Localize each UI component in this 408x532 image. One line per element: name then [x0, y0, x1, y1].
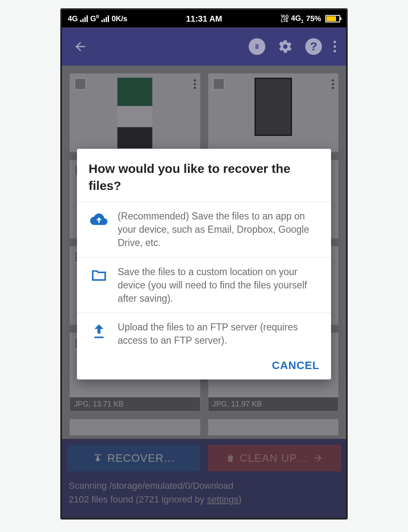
upload-icon — [89, 320, 109, 340]
option-cloud-app[interactable]: (Recommended) Save the files to an app o… — [77, 202, 331, 257]
option-text: Save the files to a custom location on y… — [118, 265, 319, 305]
app-toolbar: ? — [62, 27, 346, 66]
network-right-label: 4G1 — [291, 14, 304, 24]
battery-label: 75% — [306, 15, 321, 23]
device-frame: 4G GR 0K/s 11:31 AM Vo)) LTE 4G1 75% — [60, 8, 348, 520]
signal-bars-2-icon — [101, 15, 109, 22]
cancel-button[interactable]: CANCEL — [272, 359, 319, 372]
volte-icon: Vo)) LTE — [281, 15, 289, 23]
help-button[interactable]: ? — [305, 38, 322, 55]
folder-icon — [89, 265, 109, 283]
network-2-label: GR — [90, 15, 99, 23]
clock: 11:31 AM — [186, 14, 222, 24]
cloud-upload-icon — [89, 209, 109, 228]
status-left: 4G GR 0K/s — [68, 15, 127, 23]
option-text: (Recommended) Save the files to an app o… — [118, 209, 319, 250]
pause-button[interactable] — [249, 38, 265, 55]
option-ftp-upload[interactable]: Upload the files to an FTP server (requi… — [77, 313, 331, 355]
option-text: Upload the files to an FTP server (requi… — [118, 320, 319, 347]
status-right: Vo)) LTE 4G1 75% — [281, 14, 340, 24]
back-button[interactable] — [72, 38, 89, 55]
signal-bars-1-icon — [80, 15, 88, 22]
status-bar: 4G GR 0K/s 11:31 AM Vo)) LTE 4G1 75% — [62, 10, 346, 27]
network-1-label: 4G — [68, 15, 78, 23]
speed-label: 0K/s — [111, 15, 127, 23]
battery-icon — [325, 15, 340, 22]
option-custom-location[interactable]: Save the files to a custom location on y… — [77, 257, 331, 313]
settings-button[interactable] — [277, 38, 294, 55]
overflow-menu-button[interactable] — [334, 41, 336, 52]
dialog-title: How would you like to recover the files? — [77, 160, 331, 202]
recover-dialog: How would you like to recover the files?… — [77, 149, 331, 379]
